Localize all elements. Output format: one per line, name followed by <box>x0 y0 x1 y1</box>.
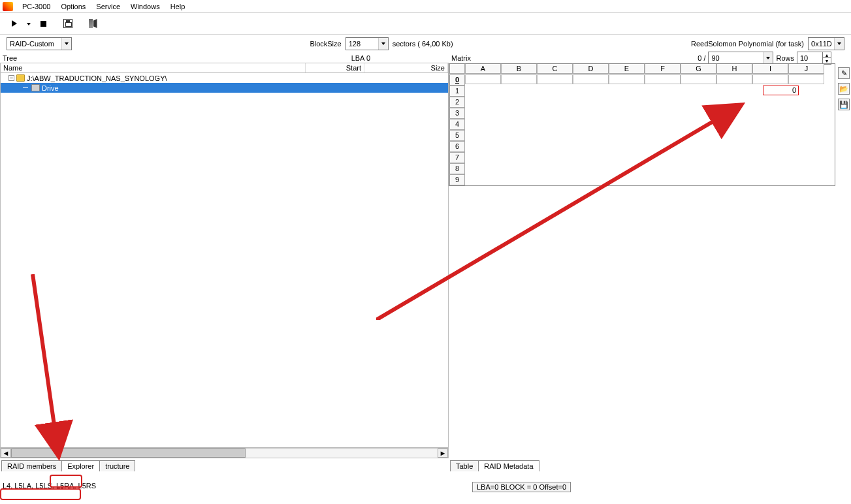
matrix-corner <box>449 64 465 74</box>
matrix-row-0[interactable]: 0 <box>449 74 835 86</box>
play-icon <box>12 20 17 27</box>
matrix-row-3[interactable]: 3 <box>449 108 835 119</box>
tree-header: Tree LBA 0 <box>0 53 449 63</box>
col-J[interactable]: J <box>788 64 824 74</box>
rs-value: 0x11D <box>811 40 832 48</box>
stop-icon <box>40 21 46 27</box>
tool-new[interactable]: ✎ <box>838 67 850 79</box>
tree-root-row[interactable]: − J:\ABW_TRADUCTION_NAS_SYNOLOGY\ <box>1 73 448 83</box>
config-row: RAID-Custom BlockSize 128 sectors ( 64,0… <box>0 35 851 53</box>
play-dropdown[interactable] <box>25 16 33 31</box>
drive-icon <box>31 84 40 91</box>
col-A[interactable]: A <box>465 64 501 74</box>
col-C[interactable]: C <box>537 64 573 74</box>
play-button[interactable] <box>7 16 22 31</box>
col-B[interactable]: B <box>501 64 537 74</box>
tree-title: Tree <box>3 54 17 62</box>
blocksize-label: BlockSize <box>310 40 341 48</box>
matrix-col-headers: A B C D E F G H I J <box>449 63 835 74</box>
tree-body[interactable]: − J:\ABW_TRADUCTION_NAS_SYNOLOGY\ Drive <box>0 73 449 448</box>
tab-table[interactable]: Table <box>450 460 479 471</box>
col-H[interactable]: H <box>716 64 752 74</box>
rs-select[interactable]: 0x11D <box>808 37 844 50</box>
blocksize-value: 128 <box>349 40 361 48</box>
exit-button[interactable] <box>85 16 101 31</box>
matrix-redcell[interactable]: 0 <box>763 86 799 95</box>
matrix-position: 0 / <box>698 54 705 62</box>
save-icon <box>63 19 72 28</box>
blocksize-select[interactable]: 128 <box>345 37 389 50</box>
col-D[interactable]: D <box>573 64 609 74</box>
right-tabs: Table RAID Metadata <box>449 458 851 471</box>
tree-child-label: Drive <box>42 84 59 92</box>
rowhdr-1[interactable]: 1 <box>449 86 465 97</box>
matrix-row-2[interactable]: 2 <box>449 97 835 108</box>
tab-structure[interactable]: tructure <box>99 460 135 471</box>
col-E[interactable]: E <box>609 64 645 74</box>
right-toolbar: ✎ 📂 💾 <box>837 53 851 110</box>
scroll-track[interactable] <box>11 449 438 458</box>
matrix-header: Matrix 0 / 90 Rows ▲ ▼ <box>449 53 851 63</box>
scroll-thumb[interactable] <box>11 449 246 458</box>
status-right: LBA=0 BLOCK = 0 Offset=0 <box>449 480 851 504</box>
rs-label: ReedSolomon Polynomial (for task) <box>691 40 804 48</box>
tool-open[interactable]: 📂 <box>838 83 850 95</box>
raid-mode-select[interactable]: RAID-Custom <box>7 37 72 50</box>
tree-root-label: J:\ABW_TRADUCTION_NAS_SYNOLOGY\ <box>27 74 167 82</box>
main-split: Tree LBA 0 Name Start Size − J:\ABW_TRAD… <box>0 53 851 471</box>
col-G[interactable]: G <box>681 64 716 74</box>
tree-hscroll[interactable]: ◄ ► <box>0 448 449 458</box>
tree-connector <box>23 87 28 88</box>
matrix-row-5[interactable]: 5 <box>449 130 835 141</box>
col-F[interactable]: F <box>645 64 681 74</box>
raid-mode-value: RAID-Custom <box>10 40 54 48</box>
spinner-up[interactable]: ▲ <box>822 52 831 58</box>
matrix-rows-label: Rows <box>776 54 794 62</box>
sectors-label: sectors ( 64,00 Kb) <box>393 40 453 48</box>
left-panel: Tree LBA 0 Name Start Size − J:\ABW_TRAD… <box>0 53 449 471</box>
col-size[interactable]: Size <box>364 63 448 72</box>
col-I[interactable]: I <box>752 64 788 74</box>
chevron-down-icon <box>834 38 844 50</box>
exit-icon <box>89 19 97 28</box>
status-lba-box: LBA=0 BLOCK = 0 Offset=0 <box>472 482 571 492</box>
matrix-row-1[interactable]: 1 0 <box>449 86 835 97</box>
scroll-left-button[interactable]: ◄ <box>1 449 11 458</box>
tree-lba: LBA 0 <box>351 54 370 62</box>
menu-options[interactable]: Options <box>56 1 91 12</box>
status-bar: L4, L5LA, L5LS, L5RA, L5RS LBA=0 BLOCK =… <box>0 480 851 504</box>
save-button[interactable] <box>60 16 76 31</box>
scroll-right-button[interactable]: ► <box>438 449 448 458</box>
menu-help[interactable]: Help <box>165 1 191 12</box>
tree-child-row[interactable]: Drive <box>1 83 448 93</box>
matrix-row-9[interactable]: 9 <box>449 174 835 185</box>
app-icon <box>3 2 13 11</box>
chevron-down-icon <box>763 52 773 64</box>
collapse-icon[interactable]: − <box>8 75 14 81</box>
matrix-row-7[interactable]: 7 <box>449 152 835 163</box>
status-lba: LBA=0 BLOCK = 0 Offset=0 <box>477 483 566 491</box>
chevron-down-icon <box>27 22 31 25</box>
matrix-rows-input[interactable] <box>797 52 823 65</box>
stop-button[interactable] <box>35 16 51 31</box>
menu-app[interactable]: PC-3000 <box>17 1 56 12</box>
right-panel: Matrix 0 / 90 Rows ▲ ▼ A B C <box>449 53 851 471</box>
tab-raid-members[interactable]: RAID members <box>1 460 62 471</box>
status-raid-levels: L4, L5LA, L5LS, L5RA, L5RS <box>3 482 96 490</box>
folder-icon <box>16 74 25 82</box>
tab-raid-metadata[interactable]: RAID Metadata <box>478 460 539 471</box>
tool-save[interactable]: 💾 <box>838 99 850 110</box>
rowhdr-0[interactable]: 0 <box>449 74 465 86</box>
col-name[interactable]: Name <box>1 63 306 72</box>
status-left: L4, L5LA, L5LS, L5RA, L5RS <box>0 480 449 504</box>
tab-explorer[interactable]: Explorer <box>61 460 100 471</box>
menu-service[interactable]: Service <box>91 1 125 12</box>
matrix-row-4[interactable]: 4 <box>449 119 835 130</box>
matrix-body[interactable]: 0 1 0 2 3 4 5 6 7 8 <box>449 74 835 186</box>
matrix-title: Matrix <box>451 54 471 62</box>
matrix-max-select[interactable]: 90 <box>708 52 773 65</box>
col-start[interactable]: Start <box>306 63 364 72</box>
matrix-row-6[interactable]: 6 <box>449 141 835 152</box>
menu-windows[interactable]: Windows <box>125 1 165 12</box>
matrix-row-8[interactable]: 8 <box>449 163 835 174</box>
